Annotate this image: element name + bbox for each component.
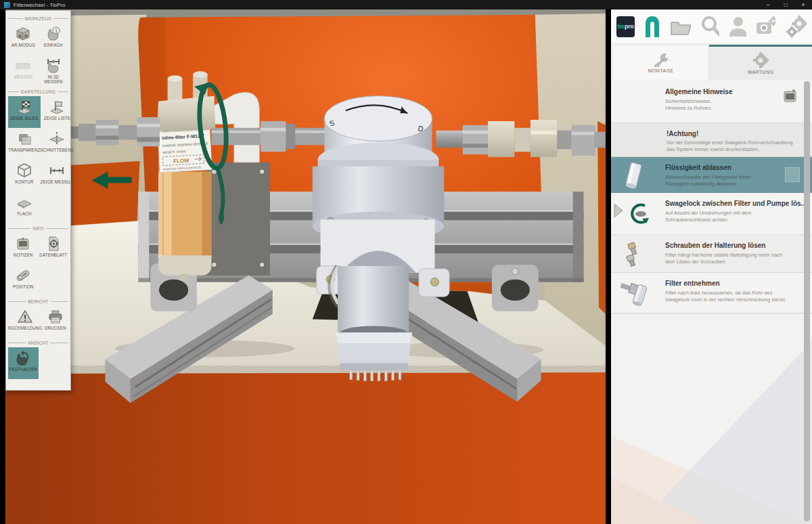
tool-in-3d-messen[interactable]: IN 3D MESSEN — [39, 55, 69, 87]
svg-text:FLOW: FLOW — [173, 158, 189, 165]
tiopro-logo[interactable]: tiopro — [616, 16, 635, 37]
printer-icon — [47, 308, 64, 326]
section-bericht: BERICHT — [8, 299, 68, 304]
tool-flach[interactable]: FLACH — [8, 192, 41, 223]
filter-backplate — [206, 162, 270, 276]
tool-zeige-liste[interactable]: ZEIGE LISTE — [41, 96, 74, 128]
section-info: INFO — [8, 226, 68, 231]
screws-thumb — [623, 240, 650, 267]
tab-bar: MONTAGE WARTUNG — [611, 45, 812, 80]
filter-assembly-thumb — [618, 280, 653, 308]
svg-text:R: R — [24, 34, 28, 39]
tool-panel: WERKZEUG AR AR-MODUS 1 EINFACH MESSEN IN… — [5, 10, 71, 391]
filter-glass-thumb — [622, 160, 645, 192]
step-filter-entnehmen[interactable]: Filter entnehmen Filter nach links herau… — [611, 273, 812, 313]
contour-cube-icon — [16, 162, 32, 179]
brand-arch-icon[interactable] — [644, 15, 660, 38]
show-measure-icon — [49, 162, 65, 179]
instruction-panel: tiopro — [611, 9, 812, 524]
wrench-icon — [652, 52, 670, 67]
warning-icon — [17, 308, 33, 326]
tool-zeige-alles[interactable]: ZEIGE ALLES — [8, 96, 41, 128]
section-werkzeug: WERKZEUG — [8, 16, 68, 21]
flat-plane-icon — [16, 194, 32, 211]
step-fluessigkeit-ablassen[interactable]: Flüssigkeit ablassen Ablassschraube der … — [611, 157, 812, 193]
close-button[interactable]: × — [794, 0, 812, 9]
step-allgemeine-hinweise[interactable]: Allgemeine Hinweise Sicherheitshinweise.… — [611, 81, 812, 123]
notes-icon — [15, 235, 31, 253]
section-plane-icon — [49, 130, 65, 148]
step-checkbox[interactable] — [785, 167, 800, 182]
rotate-arrow-thumb — [630, 202, 652, 225]
tab-montage[interactable]: MONTAGE — [612, 45, 709, 80]
tool-schnittebene[interactable]: SCHNITTEBENE — [41, 128, 74, 160]
scene-3d: Inline-filter F-M12-T material: stainles… — [0, 9, 611, 524]
section-darstellung: DARSTELLUNG — [8, 89, 68, 94]
search-icon[interactable] — [700, 15, 720, 38]
ar-cube-icon: AR — [15, 25, 31, 43]
user-icon[interactable] — [728, 16, 746, 37]
tool-notizen[interactable]: NOTIZEN — [8, 233, 39, 265]
restore-button[interactable]: □ — [777, 0, 794, 9]
gear-icon — [752, 52, 769, 68]
notes-icon — [782, 88, 798, 104]
tool-datenblatt[interactable]: DATENBLATT — [39, 233, 69, 265]
datasheet-icon — [45, 235, 62, 253]
folder-icon[interactable] — [669, 16, 691, 37]
title-bar: Filterwechsel - TioPro – □ × — [0, 0, 812, 9]
tab-wartung[interactable]: WARTUNG — [709, 45, 812, 80]
step-achtung[interactable]: !Achtung! Vor der Demontage einer Swagel… — [611, 123, 812, 157]
tool-transparenz[interactable]: TRANSPARENZ — [8, 128, 41, 160]
hand-one-icon: 1 — [45, 25, 62, 43]
panel-scrollbar[interactable] — [804, 81, 810, 521]
step-schrauben-loesen[interactable]: Schrauben der Halterung lösen Filter hän… — [611, 235, 812, 273]
measure-icon — [15, 57, 31, 74]
current-step-marker — [613, 202, 624, 219]
checkered-flag-icon — [16, 98, 32, 116]
app-icon — [4, 2, 10, 8]
tool-festhalten[interactable]: FESTHALTEN — [8, 347, 39, 379]
hand-caliper-icon — [45, 57, 62, 74]
viewport-3d[interactable]: Inline-filter F-M12-T material: stainles… — [0, 9, 611, 524]
step-swagelock-loesen[interactable]: Swagelock zwischen Filter und Pumpe lös.… — [611, 193, 812, 235]
position-tag-icon — [15, 267, 31, 284]
tool-kontur[interactable]: KONTUR — [8, 160, 41, 192]
svg-text:A: A — [18, 34, 22, 39]
tool-drucken[interactable]: DRUCKEN — [42, 306, 68, 338]
hold-hand-icon — [15, 349, 31, 367]
tool-position[interactable]: POSITION — [8, 265, 39, 297]
settings-gears-icon[interactable] — [784, 15, 807, 38]
inline-filter: Inline-filter F-M12-T material: stainles… — [157, 71, 215, 280]
transparency-icon — [16, 130, 32, 148]
tool-ar-modus[interactable]: AR AR-MODUS — [8, 23, 39, 55]
window-title: Filterwechsel - TioPro — [14, 2, 66, 8]
tool-rueckmeldung[interactable]: RÜCKMELDUNG — [8, 306, 42, 338]
tool-einfach[interactable]: 1 EINFACH — [39, 23, 69, 55]
tool-messen[interactable]: MESSEN — [8, 55, 39, 87]
rail-clamp-right — [492, 265, 539, 311]
panel-toolbar: tiopro — [611, 10, 812, 43]
camera-settings-icon[interactable] — [755, 16, 775, 37]
section-ansicht: ANSICHT — [8, 341, 68, 345]
flag-icon — [49, 98, 65, 116]
panel-watermark — [611, 313, 812, 524]
tool-zeige-messungen[interactable]: ZEIGE MESSU... — [41, 160, 74, 192]
svg-text:1: 1 — [55, 28, 58, 33]
minimize-button[interactable]: – — [759, 0, 777, 9]
